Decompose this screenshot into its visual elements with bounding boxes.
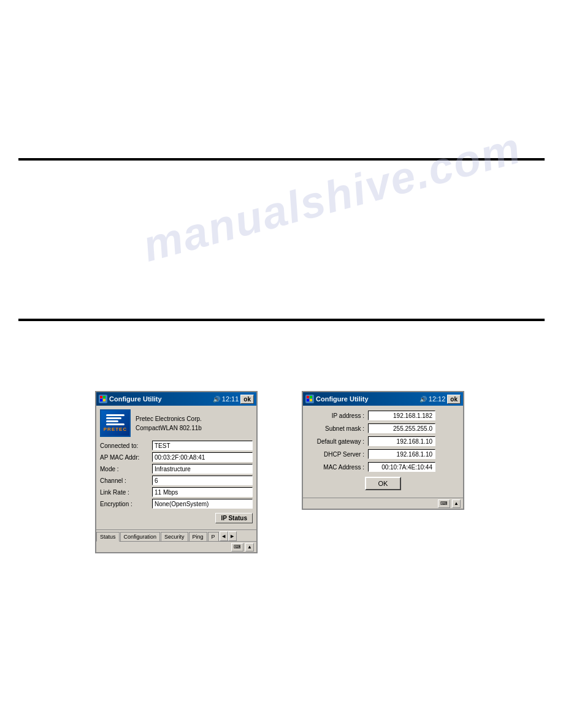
ip-value-dhcp: 192.168.1.10 [368, 449, 435, 459]
right-title-bar: Configure Utility 🔊 12:12 ok [303, 392, 463, 406]
ip-field-gateway: Default gateway : 192.168.1.10 [307, 436, 459, 446]
pretec-logo: PRETEC [100, 409, 131, 437]
ip-value-subnet: 255.255.255.0 [368, 423, 435, 433]
ip-label-mac: MAC Address : [307, 464, 368, 471]
left-ok-button[interactable]: ok [240, 395, 254, 404]
ip-label-address: IP address : [307, 412, 368, 419]
value-ap-mac: 00:03:2F:00:A8:41 [152, 452, 253, 462]
keyboard-button-right[interactable]: ⌨ [438, 499, 450, 508]
divider-top [18, 158, 545, 161]
left-speaker-icon: 🔊 [213, 396, 220, 403]
page: manualshive.com Configure Utility 🔊 12:1… [0, 0, 563, 728]
windows-icon-left [99, 395, 107, 403]
label-mode: Mode : [100, 466, 152, 472]
right-time: 12:12 [429, 395, 446, 403]
left-taskbar: ⌨ ▲ [96, 541, 256, 552]
right-taskbar: ⌨ ▲ [303, 498, 463, 509]
wave-3 [106, 420, 118, 422]
logo-waves [106, 414, 124, 425]
label-channel: Channel : [100, 477, 152, 484]
ip-label-gateway: Default gateway : [307, 438, 368, 445]
ip-status-container: IP Status [100, 510, 253, 526]
windows-icon-right [305, 395, 314, 403]
tab-p[interactable]: P [208, 532, 219, 541]
scroll-up-left[interactable]: ▲ [245, 543, 254, 552]
wave-1 [106, 414, 124, 416]
value-channel: 6 [152, 476, 253, 485]
left-window-body: PRETEC Pretec Electronics Corp. CompactW… [96, 406, 256, 529]
left-window: Configure Utility 🔊 12:11 ok [95, 391, 258, 553]
pretec-label: PRETEC [104, 427, 127, 432]
svg-rect-5 [310, 396, 312, 398]
field-connected-to: Connected to: TEST [100, 441, 253, 450]
ip-value-gateway: 192.168.1.10 [368, 436, 435, 446]
company-name: Pretec Electronics Corp. [136, 414, 202, 423]
svg-rect-2 [100, 399, 102, 401]
label-ap-mac: AP MAC Addr: [100, 454, 152, 461]
logo-section: PRETEC Pretec Electronics Corp. CompactW… [100, 409, 253, 437]
logo-info: Pretec Electronics Corp. CompactWLAN 802… [136, 414, 202, 433]
ip-field-address: IP address : 192.168.1.182 [307, 411, 459, 420]
right-window: Configure Utility 🔊 12:12 ok IP address … [302, 391, 464, 510]
label-link-rate: Link Rate : [100, 489, 152, 496]
right-title-text: Configure Utility [316, 395, 418, 403]
tab-status[interactable]: Status [96, 532, 120, 542]
field-link-rate: Link Rate : 11 Mbps [100, 487, 253, 497]
right-ok-button[interactable]: ok [447, 395, 461, 404]
ip-value-address: 192.168.1.182 [368, 411, 435, 420]
tab-nav-left[interactable]: ◄ [220, 531, 228, 541]
left-time: 12:11 [222, 395, 239, 403]
svg-rect-3 [103, 399, 105, 401]
right-speaker-icon: 🔊 [419, 396, 427, 403]
value-connected-to: TEST [152, 441, 253, 450]
value-encryption: None(OpenSystem) [152, 499, 253, 509]
watermark: manualshive.com [137, 122, 526, 271]
ip-field-mac: MAC Address : 00:10:7A:4E:10:44 [307, 462, 459, 472]
tab-bar: Status Configuration Security Ping P ◄ ► [96, 529, 256, 541]
field-channel: Channel : 6 [100, 476, 253, 485]
right-window-body: IP address : 192.168.1.182 Subnet mask :… [303, 406, 463, 498]
field-encryption: Encryption : None(OpenSystem) [100, 499, 253, 509]
tab-nav-right[interactable]: ► [228, 531, 237, 541]
tab-ping[interactable]: Ping [189, 532, 207, 541]
divider-bottom [18, 319, 545, 321]
wave-2 [106, 417, 121, 419]
ip-status-button[interactable]: IP Status [215, 513, 253, 523]
ip-value-mac: 00:10:7A:4E:10:44 [368, 462, 435, 472]
svg-rect-1 [103, 396, 105, 398]
field-ap-mac: AP MAC Addr: 00:03:2F:00:A8:41 [100, 452, 253, 462]
label-encryption: Encryption : [100, 501, 152, 507]
field-mode: Mode : Infrastructure [100, 464, 253, 474]
svg-rect-6 [307, 399, 309, 401]
ip-label-subnet: Subnet mask : [307, 425, 368, 432]
value-link-rate: 11 Mbps [152, 487, 253, 497]
tab-security[interactable]: Security [161, 532, 188, 541]
product-name: CompactWLAN 802.11b [136, 423, 202, 433]
tab-configuration[interactable]: Configuration [120, 532, 161, 541]
label-connected-to: Connected to: [100, 442, 152, 449]
ip-field-dhcp: DHCP Server : 192.168.1.10 [307, 449, 459, 459]
ip-field-subnet: Subnet mask : 255.255.255.0 [307, 423, 459, 433]
wave-4 [106, 423, 124, 425]
left-title-text: Configure Utility [109, 395, 211, 403]
left-title-bar: Configure Utility 🔊 12:11 ok [96, 392, 256, 406]
keyboard-button-left[interactable]: ⌨ [231, 543, 243, 552]
ok-big-button[interactable]: OK [365, 477, 402, 490]
value-mode: Infrastructure [152, 464, 253, 474]
svg-rect-4 [307, 396, 309, 398]
svg-rect-0 [100, 396, 102, 398]
svg-rect-7 [310, 399, 312, 401]
ip-label-dhcp: DHCP Server : [307, 451, 368, 458]
scroll-up-right[interactable]: ▲ [452, 499, 461, 508]
